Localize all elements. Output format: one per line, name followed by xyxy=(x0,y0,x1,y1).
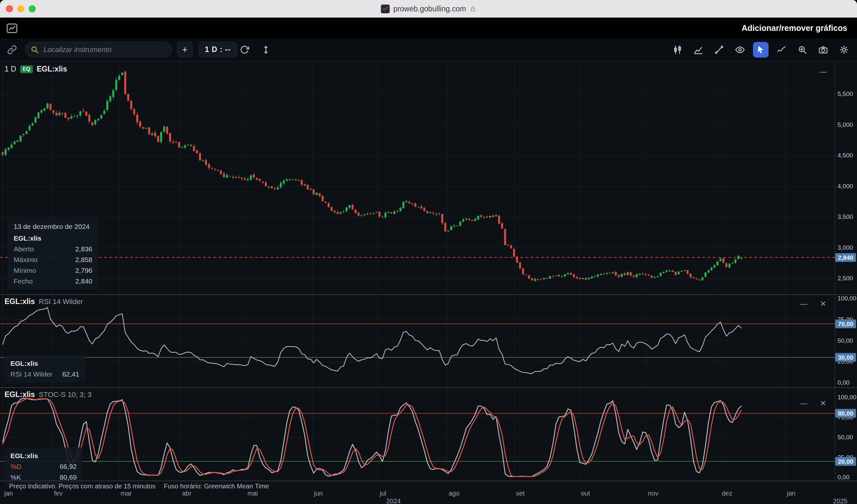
stoch-overbought-tag: 80,00 xyxy=(835,409,856,418)
candlestick-chart-button[interactable] xyxy=(670,42,685,57)
month-axis-label: jul xyxy=(380,490,386,497)
trendline-tool-button[interactable] xyxy=(711,42,727,57)
tooltip-date: 13 de dezembro de 2024 xyxy=(14,223,93,231)
panel-divider[interactable] xyxy=(0,387,857,388)
maximize-window-button[interactable] xyxy=(29,5,36,12)
tooltip-low-value: 2,796 xyxy=(75,267,93,274)
rsi-axis-label: 50,00 xyxy=(838,337,853,345)
equity-badge: EQ xyxy=(20,65,33,73)
tooltip-high-label: Máximo xyxy=(14,256,38,264)
year-axis-label: 2024 xyxy=(386,498,401,504)
tooltip-low-label: Mínimo xyxy=(14,267,36,274)
tooltip-close-label: Fecho xyxy=(14,278,33,285)
delayed-price-notice: Preço indicativo. Preços com atraso de 1… xyxy=(9,483,155,490)
address-url[interactable]: proweb.gobulling.com xyxy=(393,4,466,13)
tooltip-high-value: 2,858 xyxy=(75,256,93,264)
rsi-overbought-tag: 70,00 xyxy=(835,320,856,329)
rsi-tooltip-symbol: EGL:xlis xyxy=(11,359,79,367)
stoch-d-label: %D xyxy=(11,463,21,471)
add-instrument-button[interactable]: + xyxy=(177,42,192,57)
symbol-label: EGL:xlis xyxy=(37,65,67,73)
chart-toolbar: + 1 D : -- xyxy=(0,38,857,62)
tooltip-open-label: Aberto xyxy=(14,245,34,253)
stoch-k-value: 80,69 xyxy=(60,473,77,481)
month-axis-label: jan xyxy=(787,490,795,497)
line-chart-icon xyxy=(693,45,703,55)
eye-button[interactable] xyxy=(732,42,748,57)
eye-icon xyxy=(735,45,745,55)
rsi-tooltip-value: 62,41 xyxy=(62,370,79,378)
candlestick-chart-icon xyxy=(673,45,683,55)
main-chart-minimize-button[interactable]: — xyxy=(817,66,830,78)
settings-gear-icon xyxy=(839,45,849,55)
lock-icon xyxy=(469,5,476,12)
rsi-minimize-button[interactable]: — xyxy=(797,298,810,309)
stoch-axis-label: 100,00 xyxy=(838,394,856,401)
threshold-lines xyxy=(0,324,835,461)
month-axis-label: dez xyxy=(722,490,732,497)
window-controls xyxy=(6,5,36,12)
stoch-symbol-label: EGL:xlis xyxy=(4,390,35,399)
panel-resize-button[interactable] xyxy=(258,42,274,57)
search-input[interactable] xyxy=(43,45,166,54)
stoch-k-label: %K xyxy=(11,473,21,481)
stoch-d-value: 66,92 xyxy=(60,463,77,471)
month-axis-label: abr xyxy=(182,490,191,497)
timeframe-selector[interactable]: 1 D : -- xyxy=(199,42,237,57)
minimize-window-button[interactable] xyxy=(17,5,24,12)
price-axis-label: 2,500 xyxy=(838,275,853,282)
panel-divider xyxy=(0,481,857,481)
mini-chart-icon xyxy=(5,21,19,35)
link-button[interactable] xyxy=(4,41,20,58)
month-axis-label: ago xyxy=(449,490,459,497)
zoom-in-button[interactable] xyxy=(794,42,810,57)
last-price-tag: 2,840 xyxy=(835,253,856,262)
browser-titlebar: proweb.gobulling.com xyxy=(0,0,857,18)
rsi-axis-label: 100,00 xyxy=(838,295,856,302)
cursor-tool-button[interactable] xyxy=(753,42,769,57)
panel-resize-icon xyxy=(261,45,271,55)
rsi-oversold-tag: 30,00 xyxy=(835,353,856,362)
stoch-d-line xyxy=(3,399,741,477)
candlestick-series xyxy=(2,71,742,282)
camera-button[interactable] xyxy=(816,42,831,57)
stoch-panel-legend: EGL:xlis STOC-S 10; 3; 3 xyxy=(4,390,92,399)
month-axis-label: jun xyxy=(314,490,323,497)
rsi-tooltip: EGL:xlis RSI 14 Wilder62,41 xyxy=(4,355,85,383)
price-axis-label: 4,000 xyxy=(838,183,853,190)
trendline-tool-icon xyxy=(714,45,724,55)
month-axis-label: out xyxy=(581,490,590,497)
stoch-oversold-tag: 20,00 xyxy=(835,457,856,466)
main-chart-legend: 1 D EQ EGL:xlis xyxy=(4,65,67,73)
refresh-button[interactable] xyxy=(237,42,252,57)
freehand-tool-icon xyxy=(777,45,787,55)
tooltip-close-value: 2,840 xyxy=(75,278,93,285)
panel-divider[interactable] xyxy=(0,294,857,295)
month-axis-label: set xyxy=(516,490,525,497)
close-window-button[interactable] xyxy=(6,5,13,12)
timezone-notice: Fuso horário: Greenwich Mean Time xyxy=(164,483,269,490)
ohlc-tooltip: 13 de dezembro de 2024 EGL:xlis Aberto2,… xyxy=(8,218,98,290)
stoch-indicator-label: STOC-S 10; 3; 3 xyxy=(39,390,91,399)
freehand-tool-button[interactable] xyxy=(774,42,789,57)
address-bar[interactable]: proweb.gobulling.com xyxy=(381,0,476,18)
add-remove-charts-button[interactable]: Adicionar/remover gráficos xyxy=(740,21,849,34)
price-axis-label: 3,500 xyxy=(838,213,853,220)
rsi-close-button[interactable]: ✕ xyxy=(817,298,830,309)
instrument-search-box[interactable] xyxy=(25,42,172,57)
rsi-axis-label: 0,00 xyxy=(838,379,850,386)
interval-label: 1 D xyxy=(4,65,16,73)
stoch-tooltip: EGL:xlis %D66,92 %K80,69 xyxy=(4,448,83,486)
stoch-close-button[interactable]: ✕ xyxy=(817,397,830,409)
chart-canvas[interactable] xyxy=(0,61,857,481)
chart-window-button[interactable] xyxy=(5,21,19,35)
price-axis-label: 5,500 xyxy=(838,90,853,98)
search-icon xyxy=(31,46,39,54)
settings-button[interactable] xyxy=(836,42,852,57)
stoch-axis-label: 50,00 xyxy=(838,434,853,441)
line-chart-button[interactable] xyxy=(691,42,706,57)
stoch-minimize-button[interactable]: — xyxy=(797,397,810,409)
month-axis-label: nov xyxy=(648,490,658,497)
price-axis-label: 4,500 xyxy=(838,152,853,159)
zoom-in-icon xyxy=(797,45,807,55)
